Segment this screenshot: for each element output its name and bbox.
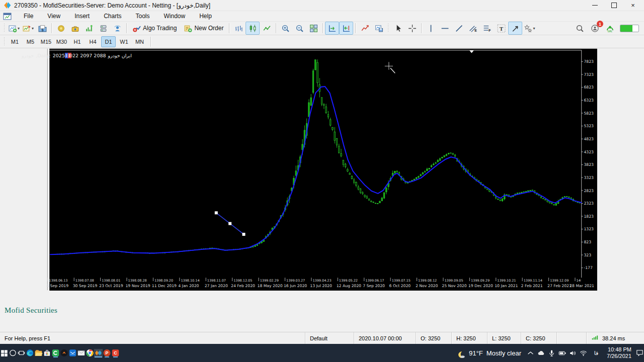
timeframe-bar: M1M5M15M30H1H4D1W1MN — [0, 35, 644, 48]
tray-microphone-icon[interactable] — [547, 349, 556, 357]
svg-text:4823: 4823 — [584, 137, 594, 141]
zoom-out-button[interactable] — [292, 22, 306, 35]
trendline-handle[interactable] — [215, 211, 218, 214]
bar-chart-button[interactable] — [231, 22, 246, 35]
timeframe-h1[interactable]: H1 — [70, 36, 85, 47]
status-template[interactable]: Default — [305, 332, 354, 344]
timeframe-m15[interactable]: M15 — [39, 36, 53, 47]
taskbar-file-explorer-icon[interactable] — [34, 349, 43, 357]
text-tool-button[interactable]: T — [494, 22, 508, 35]
timeframe-m30[interactable]: M30 — [54, 36, 69, 47]
svg-text:1398.10.14: 1398.10.14 — [181, 279, 199, 283]
menu-item-window[interactable]: Window — [157, 12, 193, 21]
community-button[interactable] — [110, 22, 124, 35]
taskbar-store-icon[interactable] — [43, 349, 51, 357]
minimize-button[interactable] — [592, 3, 598, 9]
tray-battery-icon[interactable] — [558, 349, 567, 357]
taskbar-search-circle-icon[interactable] — [9, 349, 17, 357]
chart-window-icon[interactable] — [3, 12, 12, 21]
search-button[interactable] — [573, 22, 587, 35]
toolbar-grip-2[interactable] — [387, 24, 389, 33]
chart-shift-button[interactable] — [339, 22, 353, 35]
taskbar-camtasia-recorder-icon[interactable]: C — [111, 349, 120, 357]
taskbar-task-view-icon[interactable] — [17, 349, 26, 357]
trendline-handle[interactable] — [242, 233, 245, 236]
taskbar-camtasia-icon[interactable] — [51, 349, 60, 357]
tray-language-indicator[interactable]: فا — [590, 350, 603, 356]
templates-button[interactable] — [372, 22, 386, 35]
zoom-in-button[interactable] — [278, 22, 292, 35]
menu-item-view[interactable]: View — [40, 12, 67, 21]
equidistant-channel-button[interactable]: E — [466, 22, 480, 35]
maximize-button[interactable] — [611, 3, 617, 9]
tray-chevron-up-icon[interactable] — [526, 349, 535, 357]
svg-text:1399.04.23: 1399.04.23 — [312, 279, 331, 283]
taskbar-weather[interactable]: 91°F Mostly clear — [452, 344, 526, 362]
new-order-button[interactable]: New Order — [180, 22, 227, 35]
toolbar: ▾ ▾ $ Algo Trading New Order E F T ▾ 1 L… — [0, 21, 644, 35]
taskbar-powerpoint-icon[interactable]: P — [103, 349, 111, 357]
timeframe-h4[interactable]: H4 — [86, 36, 100, 47]
menu-item-tools[interactable]: Tools — [129, 12, 157, 21]
timeframe-grip[interactable] — [4, 37, 6, 46]
taskbar-clock[interactable]: 10:48 PM 7/26/2021 — [603, 346, 635, 359]
menu-item-insert[interactable]: Insert — [67, 12, 97, 21]
market-button[interactable] — [68, 22, 82, 35]
tray-speaker-icon[interactable] — [569, 349, 577, 357]
menu-item-help[interactable]: Help — [192, 12, 219, 21]
auto-scroll-button[interactable] — [325, 22, 339, 35]
market-icon — [71, 24, 79, 33]
timeframe-d1[interactable]: D1 — [101, 36, 116, 47]
arrow-tool-button[interactable] — [508, 22, 522, 35]
menu-item-file[interactable]: File — [17, 12, 40, 21]
taskbar-start-button[interactable] — [0, 349, 9, 357]
history-center-button[interactable] — [54, 22, 68, 35]
new-chart-button[interactable]: ▾ — [7, 22, 21, 35]
timeframe-mn[interactable]: MN — [132, 36, 147, 47]
trendline-handle[interactable] — [228, 222, 231, 225]
profiles-button[interactable]: ▾ — [21, 22, 35, 35]
taskbar-metatrader-icon[interactable] — [94, 349, 103, 357]
shapes-button[interactable]: ▾ — [522, 22, 536, 35]
signals-button[interactable] — [82, 22, 96, 35]
crosshair-button[interactable] — [405, 22, 419, 35]
lvl-signal-button[interactable]: LVL — [603, 22, 617, 35]
trendline-button[interactable] — [452, 22, 466, 35]
vertical-line-icon — [427, 24, 435, 33]
timeframe-w1[interactable]: W1 — [117, 36, 131, 47]
line-chart-button[interactable] — [260, 22, 274, 35]
chart-mini-icon-2[interactable] — [13, 53, 20, 58]
svg-text:3323: 3323 — [584, 175, 594, 180]
cursor-button[interactable] — [391, 22, 405, 35]
taskbar-kite-trading-icon[interactable] — [60, 349, 68, 357]
status-low: L: 3250 — [487, 332, 521, 344]
indicators-button[interactable] — [358, 22, 372, 35]
candlestick-chart-button[interactable] — [246, 22, 260, 35]
tile-windows-button[interactable] — [306, 22, 320, 35]
taskbar-envelope-mail-icon[interactable] — [77, 349, 86, 357]
notifications-button[interactable]: 1 — [588, 22, 602, 35]
fibonacci-button[interactable]: F — [480, 22, 494, 35]
algo-trading-button[interactable]: Algo Trading — [129, 22, 180, 35]
toolbar-grip[interactable] — [4, 24, 6, 33]
taskbar-mail-app-icon[interactable] — [68, 349, 77, 357]
virtual-hosting-button[interactable] — [96, 22, 110, 35]
svg-text:7 Sep 2020: 7 Sep 2020 — [363, 284, 385, 288]
trade-accounts-button[interactable]: $ — [35, 22, 49, 35]
timeframe-m1[interactable]: M1 — [8, 36, 22, 47]
timeframe-m5[interactable]: M5 — [23, 36, 38, 47]
date-axis-en[interactable]: 4 Sep 201930 Sep 201923 Oct 201919 Nov 2… — [46, 284, 594, 288]
svg-text:30 Sep 2019: 30 Sep 2019 — [73, 284, 98, 288]
chart-canvas[interactable]: 7823732368236323582353234823432338233323… — [0, 48, 644, 332]
close-button[interactable]: × — [630, 3, 636, 9]
taskbar-edge-icon[interactable] — [26, 349, 34, 357]
date-axis-fa[interactable]: 1398.06.131398.07.081398.08.011398.08.28… — [48, 278, 595, 283]
tray-wifi-icon[interactable] — [579, 349, 588, 357]
menu-item-charts[interactable]: Charts — [97, 12, 128, 21]
svg-text:6323: 6323 — [584, 98, 594, 103]
vertical-line-button[interactable] — [424, 22, 438, 35]
horizontal-line-button[interactable] — [438, 22, 452, 35]
action-center-icon[interactable] — [635, 349, 644, 357]
tray-onedrive-cloud-icon[interactable] — [537, 349, 545, 357]
taskbar-chrome-icon[interactable] — [86, 349, 94, 357]
